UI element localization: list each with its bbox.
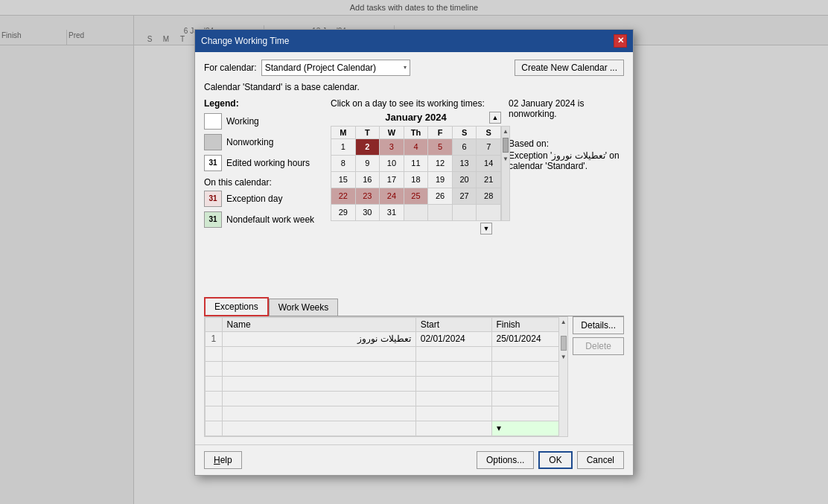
calendar-day-4-2[interactable]: 31 xyxy=(380,204,404,220)
calendar-day-1-1[interactable]: 9 xyxy=(355,155,380,171)
calendar-nav: January 2024 ▲ xyxy=(331,112,501,123)
details-button[interactable]: Details... xyxy=(573,316,624,334)
delete-button[interactable]: Delete xyxy=(573,337,624,355)
calendar-day-4-1[interactable]: 30 xyxy=(355,204,380,220)
calendar-day-3-6[interactable]: 28 xyxy=(477,188,501,204)
exceptions-row-1 xyxy=(206,346,567,361)
exception-day-label: Exception day xyxy=(226,194,282,204)
dialog-body: For calendar: Standard (Project Calendar… xyxy=(195,52,633,444)
calendar-day-0-0[interactable]: 1 xyxy=(331,138,356,155)
exc-row-name-3[interactable] xyxy=(222,376,415,391)
exc-row-num-5 xyxy=(206,406,223,421)
exc-row-name-6[interactable] xyxy=(222,421,415,436)
tabs-and-exceptions: Exceptions Work Weeks xyxy=(204,293,624,437)
exc-row-finish-3[interactable] xyxy=(491,376,567,391)
calendar-day-1-0[interactable]: 8 xyxy=(331,155,356,171)
calendar-day-2-5[interactable]: 20 xyxy=(452,171,477,188)
tabs-row: Exceptions Work Weeks xyxy=(204,297,624,316)
calendar-day-2-1[interactable]: 16 xyxy=(355,171,380,188)
scrollbar-up-arrow[interactable]: ▲ xyxy=(501,127,510,136)
legend-title: Legend: xyxy=(204,98,323,109)
cancel-button[interactable]: Cancel xyxy=(577,451,624,469)
calendar-day-3-1[interactable]: 23 xyxy=(355,188,380,204)
calendar-scroll-down-btn[interactable]: ▼ xyxy=(480,223,492,235)
calendar-day-3-2[interactable]: 24 xyxy=(380,188,404,204)
calendar-day-0-2[interactable]: 3 xyxy=(380,138,404,155)
exc-row-name-4[interactable] xyxy=(222,391,415,406)
exc-scroll-down[interactable]: ▼ xyxy=(559,352,568,362)
exc-row-name-2[interactable] xyxy=(222,361,415,376)
for-calendar-row: For calendar: Standard (Project Calendar… xyxy=(204,60,624,76)
calendar-scrollbar[interactable]: ▲ ▼ xyxy=(501,126,510,221)
exc-row-start-2[interactable] xyxy=(415,361,491,376)
exc-row-start-6[interactable] xyxy=(415,421,491,436)
calendar-day-4-0[interactable]: 29 xyxy=(331,204,356,220)
scrollbar-down-arrow[interactable]: ▼ xyxy=(501,154,510,164)
exc-row-name-5[interactable] xyxy=(222,406,415,421)
exc-row-num-4 xyxy=(206,391,223,406)
options-button[interactable]: Options... xyxy=(477,451,534,469)
create-new-calendar-button[interactable]: Create New Calendar ... xyxy=(515,60,624,76)
calendar-day-0-4[interactable]: 5 xyxy=(428,138,453,155)
calendar-day-3-5[interactable]: 27 xyxy=(452,188,477,204)
exc-row-finish-1[interactable] xyxy=(491,346,567,361)
scrollbar-thumb[interactable] xyxy=(503,138,509,153)
calendar-day-1-3[interactable]: 11 xyxy=(404,155,428,171)
exc-scroll-thumb[interactable] xyxy=(561,336,567,351)
info-section: 02 January 2024 is nonworking. Based on:… xyxy=(509,98,624,288)
exc-row-start-5[interactable] xyxy=(415,406,491,421)
calendar-month-title: January 2024 xyxy=(385,112,446,123)
calendar-day-1-6[interactable]: 14 xyxy=(477,155,501,171)
exc-row-start-0[interactable]: 02/01/2024 xyxy=(415,331,491,346)
exc-col-start: Start xyxy=(415,317,491,331)
modal-overlay: Change Working Time ✕ For calendar: Stan… xyxy=(0,0,828,504)
calendar-day-3-3[interactable]: 25 xyxy=(404,188,428,204)
calendar-day-2-4[interactable]: 19 xyxy=(428,171,453,188)
calendar-day-0-1[interactable]: 2 xyxy=(355,138,380,155)
exceptions-row-0[interactable]: 1تعطيلات نوروز02/01/202425/01/2024 xyxy=(206,331,567,346)
exc-row-finish-0[interactable]: 25/01/2024 xyxy=(491,331,567,346)
exc-row-finish-6[interactable]: ▾ xyxy=(491,421,567,436)
calendar-day-1-4[interactable]: 12 xyxy=(428,155,453,171)
help-button[interactable]: Help xyxy=(204,451,242,469)
middle-section: Legend: Working Nonworking 31 Edited wor… xyxy=(204,98,624,288)
exc-row-name-0[interactable]: تعطيلات نوروز xyxy=(222,331,415,346)
exc-row-start-1[interactable] xyxy=(415,346,491,361)
calendar-day-3-4[interactable]: 26 xyxy=(428,188,453,204)
exception-day-num: 31 xyxy=(208,194,217,202)
finish-dropdown-arrow[interactable]: ▾ xyxy=(497,423,501,433)
calendar-day-0-5[interactable]: 6 xyxy=(452,138,477,155)
dialog-close-button[interactable]: ✕ xyxy=(614,34,627,48)
tab-work-weeks[interactable]: Work Weeks xyxy=(269,299,339,316)
calendar-day-0-3[interactable]: 4 xyxy=(404,138,428,155)
exceptions-and-side: Name Start Finish 1تعطيلات نوروز02/01/20… xyxy=(204,316,624,437)
exceptions-scrollbar[interactable]: ▲ ▼ xyxy=(558,317,567,436)
calendar-day-0-6[interactable]: 7 xyxy=(477,138,501,155)
calendar-day-3-0[interactable]: 22 xyxy=(331,188,356,204)
exc-row-start-3[interactable] xyxy=(415,376,491,391)
dropdown-arrow-icon: ▾ xyxy=(404,64,407,71)
calendar-day-2-3[interactable]: 18 xyxy=(404,171,428,188)
create-new-calendar-label: Create New Calendar ... xyxy=(521,63,617,73)
exc-row-finish-5[interactable] xyxy=(491,406,567,421)
exc-row-finish-2[interactable] xyxy=(491,361,567,376)
for-calendar-left: For calendar: Standard (Project Calendar… xyxy=(204,60,410,76)
exceptions-row-4 xyxy=(206,391,567,406)
exc-row-name-1[interactable] xyxy=(222,346,415,361)
calendar-day-2-6[interactable]: 21 xyxy=(477,171,501,188)
exc-row-finish-4[interactable] xyxy=(491,391,567,406)
dialog-titlebar: Change Working Time ✕ xyxy=(195,30,633,52)
calendar-section: Click on a day to see its working times:… xyxy=(331,98,501,288)
calendar-day-1-5[interactable]: 13 xyxy=(452,155,477,171)
calendar-scroll-up-btn[interactable]: ▲ xyxy=(489,112,501,124)
exc-row-start-4[interactable] xyxy=(415,391,491,406)
exc-row-num-6 xyxy=(206,421,223,436)
exc-scroll-up[interactable]: ▲ xyxy=(559,317,568,327)
tab-exceptions[interactable]: Exceptions xyxy=(204,297,269,316)
ok-button[interactable]: OK xyxy=(538,451,572,469)
calendar-dropdown[interactable]: Standard (Project Calendar) ▾ xyxy=(261,60,410,76)
legend-working: Working xyxy=(204,113,323,130)
calendar-day-2-2[interactable]: 17 xyxy=(380,171,404,188)
calendar-day-1-2[interactable]: 10 xyxy=(380,155,404,171)
calendar-day-2-0[interactable]: 15 xyxy=(331,171,356,188)
